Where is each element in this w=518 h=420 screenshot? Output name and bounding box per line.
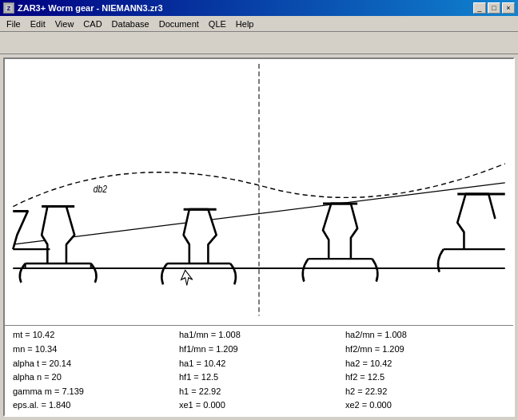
data-table: mt = 10.42 mn = 10.34 alpha t = 20.14 al… xyxy=(5,325,513,415)
menu-file[interactable]: File xyxy=(2,18,26,30)
data-row: ha2/mn = 1.008 xyxy=(345,328,505,343)
data-row: ha1 = 10.42 xyxy=(179,357,339,371)
data-col-3: ha2/mn = 1.008 hf2/mn = 1.209 ha2 = 10.4… xyxy=(342,327,508,414)
menu-database[interactable]: Database xyxy=(107,18,154,30)
menu-cad[interactable]: CAD xyxy=(78,18,106,30)
data-row: alpha t = 20.14 xyxy=(13,357,173,371)
data-row: hf2 = 12.5 xyxy=(345,370,505,385)
close-button[interactable]: × xyxy=(502,2,515,14)
toolbar xyxy=(0,32,518,54)
data-row: ha1/mn = 1.008 xyxy=(179,328,339,343)
data-row: xe2 = 0.000 xyxy=(345,398,505,413)
menu-edit[interactable]: Edit xyxy=(26,18,50,30)
data-row: h2 = 22.92 xyxy=(345,385,505,399)
menu-qle[interactable]: QLE xyxy=(204,18,231,30)
data-row: h1 = 22.92 xyxy=(179,385,339,399)
data-row: hf2/mn = 1.209 xyxy=(345,343,505,357)
data-row: mt = 10.42 xyxy=(13,328,173,343)
data-row: hf1/mn = 1.209 xyxy=(179,343,339,357)
drawing-panel: db2 mt = 10.42 mn = 10.34 alpha t = 20.1… xyxy=(3,57,515,417)
data-row: mn = 10.34 xyxy=(13,343,173,357)
menu-document[interactable]: Document xyxy=(154,18,204,30)
app-icon: Z xyxy=(3,2,14,14)
gear-label: db2 xyxy=(94,184,108,194)
main-content: db2 mt = 10.42 mn = 10.34 alpha t = 20.1… xyxy=(0,54,518,420)
data-col-2: ha1/mn = 1.008 hf1/mn = 1.209 ha1 = 10.4… xyxy=(176,327,342,414)
data-row: ha2 = 10.42 xyxy=(345,357,505,371)
window-controls: _ □ × xyxy=(473,2,515,14)
menu-help[interactable]: Help xyxy=(231,18,259,30)
menu-bar: File Edit View CAD Database Document QLE… xyxy=(0,16,518,32)
maximize-button[interactable]: □ xyxy=(488,2,500,14)
title-bar: Z ZAR3+ Worm gear - NIEMANN3.zr3 _ □ × xyxy=(0,0,518,16)
data-row: xe1 = 0.000 xyxy=(179,398,339,413)
svg-text:Z: Z xyxy=(7,6,11,11)
data-row: hf1 = 12.5 xyxy=(179,370,339,385)
gear-canvas: db2 xyxy=(5,59,513,325)
data-row: eps.al. = 1.840 xyxy=(13,398,173,413)
data-col-1: mt = 10.42 mn = 10.34 alpha t = 20.14 al… xyxy=(10,327,176,414)
window-title: ZAR3+ Worm gear - NIEMANN3.zr3 xyxy=(18,3,163,13)
menu-view[interactable]: View xyxy=(50,18,79,30)
data-row: alpha n = 20 xyxy=(13,370,173,385)
minimize-button[interactable]: _ xyxy=(473,2,486,14)
data-row: gamma m = 7.139 xyxy=(13,385,173,399)
